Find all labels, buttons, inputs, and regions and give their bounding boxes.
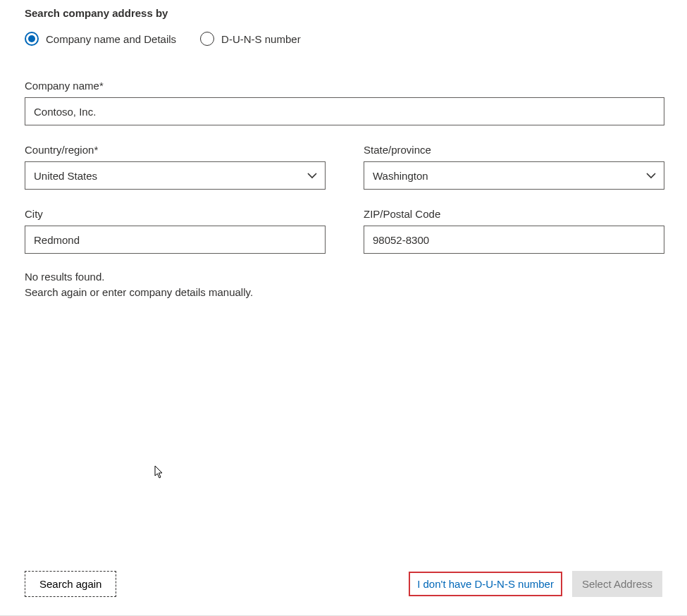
search-by-radio-group: Company name and Details D-U-N-S number bbox=[25, 32, 662, 46]
footer-bar: Search again I don't have D-U-N-S number… bbox=[0, 565, 687, 616]
state-select-value: Washington bbox=[373, 170, 428, 182]
country-label: Country/region* bbox=[25, 144, 326, 156]
radio-company-name-label: Company name and Details bbox=[46, 33, 176, 45]
radio-duns-label: D-U-N-S number bbox=[221, 33, 301, 45]
no-duns-link[interactable]: I don't have D-U-N-S number bbox=[409, 572, 562, 596]
city-label: City bbox=[25, 208, 326, 220]
status-message: No results found. Search again or enter … bbox=[25, 269, 662, 300]
radio-duns-number[interactable]: D-U-N-S number bbox=[200, 32, 301, 46]
company-name-label: Company name* bbox=[25, 80, 664, 92]
country-select[interactable]: United States bbox=[25, 161, 326, 190]
radio-indicator-selected-icon bbox=[25, 32, 39, 46]
zip-label: ZIP/Postal Code bbox=[364, 208, 664, 220]
select-address-button[interactable]: Select Address bbox=[572, 571, 662, 597]
state-select[interactable]: Washington bbox=[364, 161, 664, 190]
state-label: State/province bbox=[364, 144, 664, 156]
status-line-1: No results found. bbox=[25, 269, 662, 285]
zip-input[interactable] bbox=[364, 226, 664, 254]
company-name-input[interactable] bbox=[25, 97, 664, 125]
search-again-button[interactable]: Search again bbox=[25, 571, 116, 597]
radio-indicator-unselected-icon bbox=[200, 32, 214, 46]
status-line-2: Search again or enter company details ma… bbox=[25, 285, 662, 300]
mouse-cursor-icon bbox=[154, 465, 166, 481]
radio-company-name-details[interactable]: Company name and Details bbox=[25, 32, 176, 46]
section-heading: Search company address by bbox=[25, 7, 662, 19]
country-select-value: United States bbox=[34, 170, 97, 182]
city-input[interactable] bbox=[25, 226, 326, 254]
